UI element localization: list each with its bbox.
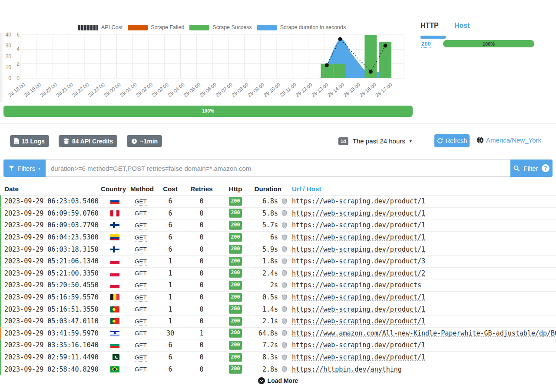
http-status-badge[interactable]: 200 [219,197,252,206]
flag-pl-icon [110,258,119,264]
country-flag-icon [101,246,129,252]
method-link[interactable]: GET [129,366,156,372]
help-icon[interactable]: ? [542,164,549,172]
cost-value: 1 [156,317,184,325]
url-link[interactable]: https://web-scraping.dev/product/1 [288,221,556,229]
tab-http[interactable]: HTTP [420,22,439,30]
url-link[interactable]: https://web-scraping.dev/product/1 [288,233,556,241]
url-link[interactable]: https://web-scraping.dev/product/3 [288,257,556,265]
method-link[interactable]: GET [129,258,156,265]
url-link[interactable]: https://web-scraping.dev/product/1 [288,209,556,217]
svg-text:20: 20 [6,53,12,60]
table-row[interactable]: 2023-09-29 06:03:18.3150 GET 6 0 200 5.9… [0,243,556,255]
range-label[interactable]: The past 24 hours [353,137,405,145]
retries-value: 0 [184,281,219,289]
load-more-button[interactable]: Load More [0,377,556,384]
url-link[interactable]: https://web-scraping.dev/product/1 [288,293,556,301]
flag-pt-icon [110,306,119,312]
url-link[interactable]: https://web-scraping.dev/product/1 [288,306,556,313]
http-status-badge[interactable]: 200 [219,365,252,374]
filters-dropdown-button[interactable]: Filters ▾ [3,159,46,177]
filter-submit-button[interactable]: Filter ? [510,159,553,177]
legend-item-scrape-success[interactable]: Scrape Success [189,24,252,30]
retries-value: 0 [184,341,219,349]
url-link[interactable]: https://web-scraping.dev/product/1 [288,197,556,205]
time-range-selector[interactable]: 1d The past 24 hours ▾ [338,135,412,147]
http-code-link[interactable]: 200 [421,40,431,47]
url-link[interactable]: https://web-scraping.dev/product/1 [288,317,556,325]
method-link[interactable]: GET [129,282,156,289]
method-link[interactable]: GET [129,210,156,216]
table-row[interactable]: 2023-09-29 02:58:40.8290 GET 6 0 200 2.8… [0,363,556,375]
http-status-badge[interactable]: 200 [219,305,252,314]
url-link[interactable]: https://web-scraping.dev/product/1 [288,341,556,349]
table-row[interactable]: 2023-09-29 05:16:59.5570 GET 1 0 200 0.5… [0,291,556,303]
method-link[interactable]: GET [129,270,156,276]
url-link[interactable]: https://web-scraping.dev/product/1 [288,246,556,253]
table-row[interactable]: 2023-09-29 06:09:59.0760 GET 6 0 200 5.8… [0,207,556,219]
http-status-badge[interactable]: 200 [219,257,252,266]
method-link[interactable]: GET [129,198,156,205]
timezone-link[interactable]: America/New_York [477,136,541,144]
table-row[interactable]: 2023-09-29 06:04:23.5300 GET 6 0 200 6s … [0,231,556,243]
method-link[interactable]: GET [129,222,156,229]
cost-value: 6 [156,341,184,349]
svg-text:6: 6 [17,33,20,38]
method-link[interactable]: GET [129,306,156,312]
legend-item-scrape-failed[interactable]: Scrape Failed [128,24,184,30]
http-status-badge[interactable]: 200 [219,209,252,218]
http-status-badge[interactable]: 200 [219,293,252,302]
legend-item-api-cost[interactable]: API Cost [78,24,122,30]
shield-icon [281,294,288,301]
method-link[interactable]: GET [129,234,156,241]
header-url-host[interactable]: Url / Host [288,185,556,193]
http-status-badge[interactable]: 200 [219,341,252,350]
table-row[interactable]: 2023-09-29 02:59:11.4490 GET 6 0 200 8.3… [0,351,556,363]
shield-icon [281,318,288,325]
table-row[interactable]: 2023-09-29 05:20:50.4550 GET 1 0 200 2s … [0,279,556,291]
url-link[interactable]: https://httpbin.dev/anything [288,365,556,373]
method-link[interactable]: GET [129,294,156,301]
method-link[interactable]: GET [129,318,156,325]
http-status-badge[interactable]: 200 [219,245,252,254]
http-status-badge[interactable]: 200 [219,221,252,230]
http-status-badge[interactable]: 200 [219,317,252,326]
shield-icon [281,246,288,252]
refresh-button[interactable]: Refresh [434,134,470,147]
duration-value: 2s [252,281,281,289]
shield-icon [281,342,288,349]
table-row[interactable]: 2023-09-29 05:21:00.3350 GET 1 0 200 2.4… [0,267,556,279]
table-row[interactable]: 2023-09-29 03:41:59.5970 GET 30 1 200 64… [0,327,556,339]
method-link[interactable]: GET [129,354,156,361]
method-link[interactable]: GET [129,342,156,349]
table-row[interactable]: 2023-09-29 03:35:16.1040 GET 6 0 200 7.2… [0,339,556,351]
url-link[interactable]: https://www.amazon.com/All-new-Kindle-Pa… [288,329,556,337]
method-link[interactable]: GET [129,330,156,336]
table-row[interactable]: 2023-09-29 05:16:51.3550 GET 1 0 200 1.4… [0,303,556,315]
http-status-badge[interactable]: 200 [219,329,252,338]
filter-query-input[interactable] [46,159,510,177]
success-rate-bar: 100% [3,106,413,117]
table-row[interactable]: 2023-09-29 05:03:47.0110 GET 1 0 200 2.1… [0,315,556,327]
http-status-badge[interactable]: 200 [219,269,252,278]
legend-item-scrape-duration[interactable]: Scrape duration in seconds [257,24,346,30]
url-link[interactable]: https://web-scraping.dev/product/1 [288,353,556,361]
tab-host[interactable]: Host [454,22,470,30]
table-row[interactable]: 2023-09-29 06:23:03.5400 GET 6 0 200 6.8… [0,195,556,207]
http-status-badge[interactable]: 200 [219,233,252,242]
country-flag-icon [101,282,129,288]
globe-icon [477,136,484,144]
url-link[interactable]: https://web-scraping.dev/products [288,281,556,289]
url-link[interactable]: https://web-scraping.dev/product/2 [288,269,556,277]
log-date: 2023-09-29 05:20:50.4550 [1,281,101,289]
http-status-badge[interactable]: 200 [219,353,252,362]
shield-icon [281,282,288,289]
table-row[interactable]: 2023-09-29 05:21:06.1340 GET 1 0 200 1.8… [0,255,556,267]
table-row[interactable]: 2023-09-29 06:09:03.7790 GET 6 0 200 5.7… [0,219,556,231]
http-status-badge[interactable]: 200 [219,281,252,290]
country-flag-icon [101,342,129,348]
clock-icon [131,138,137,144]
method-link[interactable]: GET [129,246,156,252]
country-flag-icon [101,270,129,276]
retries-value: 0 [184,269,219,277]
